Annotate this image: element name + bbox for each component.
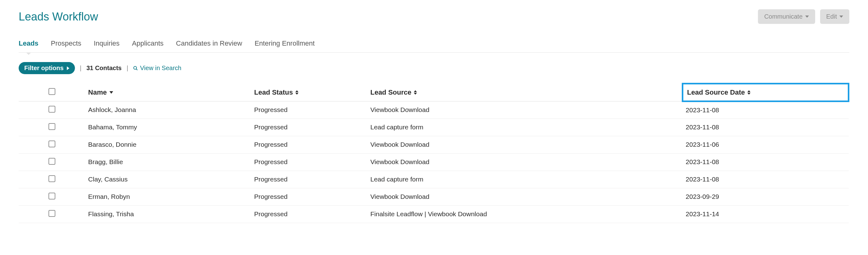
- filter-row: Filter options | 31 Contacts | View in S…: [19, 62, 849, 74]
- tabs: Leads Prospects Inquiries Applicants Can…: [19, 39, 849, 53]
- table-row: Barasco, DonnieProgressedViewbook Downlo…: [19, 136, 849, 153]
- row-checkbox-cell: [19, 136, 85, 153]
- edit-button[interactable]: Edit: [820, 9, 849, 24]
- column-header-date-label: Lead Source Date: [687, 88, 745, 97]
- table-row: Flassing, TrishaProgressedFinalsite Lead…: [19, 205, 849, 223]
- column-header-source[interactable]: Lead Source: [367, 84, 682, 102]
- select-all-checkbox[interactable]: [49, 88, 55, 95]
- sort-icon: [747, 90, 750, 95]
- cell-source: Viewbook Download: [367, 188, 682, 205]
- cell-name[interactable]: Barasco, Donnie: [85, 136, 251, 153]
- table-row: Clay, CassiusProgressedLead capture form…: [19, 171, 849, 188]
- cell-date: 2023-11-08: [683, 171, 849, 188]
- column-header-name[interactable]: Name: [85, 84, 251, 102]
- row-checkbox-cell: [19, 205, 85, 223]
- column-header-status[interactable]: Lead Status: [251, 84, 367, 102]
- tab-candidates-review[interactable]: Candidates in Review: [176, 39, 242, 52]
- column-header-name-label: Name: [88, 88, 107, 97]
- svg-line-1: [136, 69, 137, 70]
- cell-source: Viewbook Download: [367, 101, 682, 118]
- tab-entering-enrollment[interactable]: Entering Enrollment: [255, 39, 315, 52]
- cell-status: Progressed: [251, 118, 367, 136]
- chevron-down-icon: [805, 15, 809, 18]
- cell-status: Progressed: [251, 188, 367, 205]
- cell-source: Finalsite Leadflow | Viewbook Download: [367, 205, 682, 223]
- cell-source: Viewbook Download: [367, 153, 682, 171]
- cell-source: Lead capture form: [367, 171, 682, 188]
- cell-name[interactable]: Clay, Cassius: [85, 171, 251, 188]
- row-checkbox-cell: [19, 101, 85, 118]
- cell-status: Progressed: [251, 136, 367, 153]
- chevron-down-icon: [839, 15, 843, 18]
- cell-status: Progressed: [251, 205, 367, 223]
- cell-status: Progressed: [251, 153, 367, 171]
- filter-options-label: Filter options: [24, 65, 64, 72]
- search-icon: [133, 66, 138, 71]
- row-checkbox-cell: [19, 188, 85, 205]
- header-actions: Communicate Edit: [758, 9, 849, 24]
- cell-status: Progressed: [251, 171, 367, 188]
- tab-leads[interactable]: Leads: [19, 39, 38, 52]
- cell-date: 2023-11-08: [683, 118, 849, 136]
- sort-down-icon: [110, 91, 113, 94]
- cell-name[interactable]: Ashlock, Joanna: [85, 101, 251, 118]
- view-in-search-label: View in Search: [140, 65, 181, 72]
- column-header-checkbox: [19, 84, 85, 102]
- page-title: Leads Workflow: [19, 10, 98, 23]
- view-in-search-link[interactable]: View in Search: [133, 65, 181, 72]
- tab-applicants[interactable]: Applicants: [132, 39, 164, 52]
- cell-date: 2023-11-14: [683, 205, 849, 223]
- table-row: Ashlock, JoannaProgressedViewbook Downlo…: [19, 101, 849, 118]
- edit-label: Edit: [826, 13, 837, 20]
- sort-icon: [414, 90, 417, 95]
- row-checkbox[interactable]: [49, 193, 55, 199]
- table-row: Erman, RobynProgressedViewbook Download2…: [19, 188, 849, 205]
- svg-point-0: [134, 66, 136, 69]
- cell-date: 2023-11-06: [683, 136, 849, 153]
- cell-source: Lead capture form: [367, 118, 682, 136]
- communicate-label: Communicate: [764, 13, 802, 20]
- cell-name[interactable]: Bragg, Billie: [85, 153, 251, 171]
- filter-options-button[interactable]: Filter options: [19, 62, 75, 74]
- row-checkbox-cell: [19, 171, 85, 188]
- row-checkbox[interactable]: [49, 123, 55, 130]
- cell-status: Progressed: [251, 101, 367, 118]
- row-checkbox[interactable]: [49, 210, 55, 217]
- cell-date: 2023-11-08: [683, 153, 849, 171]
- cell-name[interactable]: Erman, Robyn: [85, 188, 251, 205]
- sort-icon: [296, 90, 299, 95]
- chevron-right-icon: [67, 66, 69, 70]
- column-header-source-label: Lead Source: [370, 88, 411, 97]
- contacts-count: 31 Contacts: [86, 65, 122, 72]
- row-checkbox[interactable]: [49, 158, 55, 165]
- divider: |: [80, 65, 82, 72]
- row-checkbox[interactable]: [49, 106, 55, 113]
- cell-date: 2023-11-08: [683, 101, 849, 118]
- cell-date: 2023-09-29: [683, 188, 849, 205]
- tab-inquiries[interactable]: Inquiries: [94, 39, 119, 52]
- row-checkbox-cell: [19, 118, 85, 136]
- cell-source: Viewbook Download: [367, 136, 682, 153]
- table-row: Bragg, BillieProgressedViewbook Download…: [19, 153, 849, 171]
- row-checkbox-cell: [19, 153, 85, 171]
- column-header-status-label: Lead Status: [254, 88, 293, 97]
- cell-name[interactable]: Flassing, Trisha: [85, 205, 251, 223]
- divider: |: [127, 65, 128, 72]
- row-checkbox[interactable]: [49, 141, 55, 147]
- row-checkbox[interactable]: [49, 175, 55, 182]
- cell-name[interactable]: Bahama, Tommy: [85, 118, 251, 136]
- tab-prospects[interactable]: Prospects: [51, 39, 82, 52]
- table-row: Bahama, TommyProgressedLead capture form…: [19, 118, 849, 136]
- communicate-button[interactable]: Communicate: [758, 9, 815, 24]
- leads-table: Name Lead Status Lead Source: [19, 83, 849, 223]
- column-header-date[interactable]: Lead Source Date: [683, 84, 849, 102]
